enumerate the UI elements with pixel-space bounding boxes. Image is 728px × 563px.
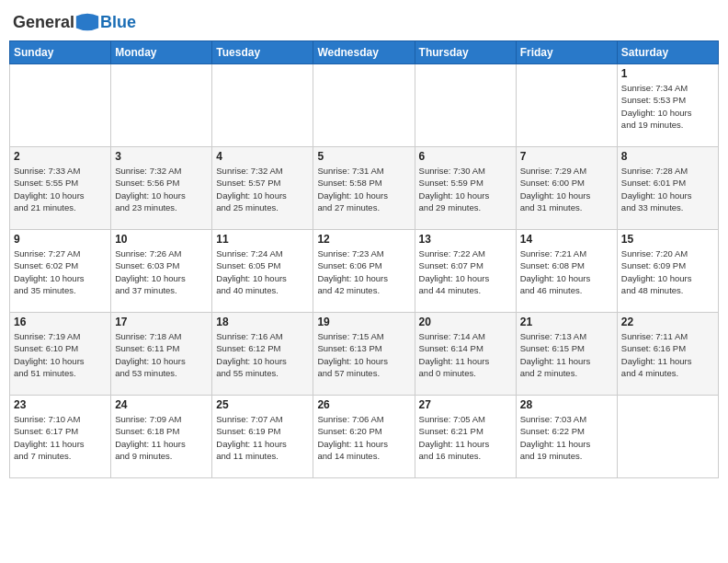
day-info: Sunrise: 7:03 AM Sunset: 6:22 PM Dayligh… bbox=[520, 413, 613, 462]
weekday-header-monday: Monday bbox=[111, 41, 212, 64]
logo-icon bbox=[74, 9, 100, 35]
day-info: Sunrise: 7:26 AM Sunset: 6:03 PM Dayligh… bbox=[115, 247, 208, 296]
day-number: 21 bbox=[520, 316, 613, 328]
day-number: 17 bbox=[115, 316, 208, 328]
day-info: Sunrise: 7:16 AM Sunset: 6:12 PM Dayligh… bbox=[216, 330, 309, 379]
day-info: Sunrise: 7:23 AM Sunset: 6:06 PM Dayligh… bbox=[317, 247, 410, 296]
calendar-cell: 13Sunrise: 7:22 AM Sunset: 6:07 PM Dayli… bbox=[415, 230, 516, 313]
day-number: 25 bbox=[216, 398, 309, 411]
week-row-1: 2Sunrise: 7:33 AM Sunset: 5:55 PM Daylig… bbox=[10, 147, 719, 230]
day-number: 13 bbox=[419, 233, 512, 246]
calendar-cell: 5Sunrise: 7:31 AM Sunset: 5:58 PM Daylig… bbox=[313, 147, 415, 230]
weekday-header-tuesday: Tuesday bbox=[212, 41, 313, 64]
day-number: 10 bbox=[115, 233, 208, 246]
day-number: 24 bbox=[115, 398, 208, 411]
day-number: 28 bbox=[520, 398, 613, 411]
day-info: Sunrise: 7:13 AM Sunset: 6:15 PM Dayligh… bbox=[520, 330, 613, 379]
calendar-cell: 7Sunrise: 7:29 AM Sunset: 6:00 PM Daylig… bbox=[516, 147, 617, 230]
day-info: Sunrise: 7:10 AM Sunset: 6:17 PM Dayligh… bbox=[14, 413, 107, 462]
calendar-cell bbox=[212, 64, 313, 147]
day-info: Sunrise: 7:06 AM Sunset: 6:20 PM Dayligh… bbox=[317, 413, 410, 462]
logo-blue: Blue bbox=[100, 13, 136, 32]
day-info: Sunrise: 7:15 AM Sunset: 6:13 PM Dayligh… bbox=[317, 330, 410, 379]
day-number: 3 bbox=[115, 150, 208, 163]
weekday-header-row: SundayMondayTuesdayWednesdayThursdayFrid… bbox=[10, 41, 719, 64]
calendar-cell: 8Sunrise: 7:28 AM Sunset: 6:01 PM Daylig… bbox=[617, 147, 718, 230]
calendar-table: SundayMondayTuesdayWednesdayThursdayFrid… bbox=[9, 40, 719, 478]
day-info: Sunrise: 7:19 AM Sunset: 6:10 PM Dayligh… bbox=[14, 330, 107, 379]
weekday-header-wednesday: Wednesday bbox=[313, 41, 415, 64]
day-info: Sunrise: 7:28 AM Sunset: 6:01 PM Dayligh… bbox=[621, 165, 714, 213]
day-number: 2 bbox=[14, 150, 107, 163]
day-number: 8 bbox=[621, 150, 714, 163]
calendar-cell: 16Sunrise: 7:19 AM Sunset: 6:10 PM Dayli… bbox=[10, 313, 111, 396]
calendar-cell: 12Sunrise: 7:23 AM Sunset: 6:06 PM Dayli… bbox=[313, 230, 415, 313]
day-number: 22 bbox=[621, 316, 714, 328]
day-info: Sunrise: 7:31 AM Sunset: 5:58 PM Dayligh… bbox=[317, 165, 410, 213]
day-number: 5 bbox=[317, 150, 410, 163]
calendar-cell: 18Sunrise: 7:16 AM Sunset: 6:12 PM Dayli… bbox=[212, 313, 313, 396]
day-info: Sunrise: 7:33 AM Sunset: 5:55 PM Dayligh… bbox=[14, 165, 107, 213]
calendar-cell: 23Sunrise: 7:10 AM Sunset: 6:17 PM Dayli… bbox=[10, 396, 111, 478]
calendar-cell: 25Sunrise: 7:07 AM Sunset: 6:19 PM Dayli… bbox=[212, 396, 313, 478]
calendar-cell: 11Sunrise: 7:24 AM Sunset: 6:05 PM Dayli… bbox=[212, 230, 313, 313]
day-number: 18 bbox=[216, 316, 309, 328]
day-number: 23 bbox=[14, 398, 107, 411]
calendar-cell: 1Sunrise: 7:34 AM Sunset: 5:53 PM Daylig… bbox=[617, 64, 718, 147]
page-header: GeneralBlue bbox=[9, 9, 719, 35]
week-row-4: 23Sunrise: 7:10 AM Sunset: 6:17 PM Dayli… bbox=[10, 396, 719, 478]
day-info: Sunrise: 7:14 AM Sunset: 6:14 PM Dayligh… bbox=[419, 330, 512, 379]
calendar-cell: 22Sunrise: 7:11 AM Sunset: 6:16 PM Dayli… bbox=[617, 313, 718, 396]
day-info: Sunrise: 7:20 AM Sunset: 6:09 PM Dayligh… bbox=[621, 247, 714, 296]
day-number: 20 bbox=[419, 316, 512, 328]
calendar-cell: 28Sunrise: 7:03 AM Sunset: 6:22 PM Dayli… bbox=[516, 396, 617, 478]
calendar-cell: 19Sunrise: 7:15 AM Sunset: 6:13 PM Dayli… bbox=[313, 313, 415, 396]
day-info: Sunrise: 7:29 AM Sunset: 6:00 PM Dayligh… bbox=[520, 165, 613, 213]
calendar-cell bbox=[415, 64, 516, 147]
logo-general: General bbox=[13, 13, 74, 32]
day-number: 15 bbox=[621, 233, 714, 246]
calendar-cell: 20Sunrise: 7:14 AM Sunset: 6:14 PM Dayli… bbox=[415, 313, 516, 396]
day-info: Sunrise: 7:07 AM Sunset: 6:19 PM Dayligh… bbox=[216, 413, 309, 462]
calendar-cell bbox=[111, 64, 212, 147]
calendar-cell: 4Sunrise: 7:32 AM Sunset: 5:57 PM Daylig… bbox=[212, 147, 313, 230]
day-info: Sunrise: 7:18 AM Sunset: 6:11 PM Dayligh… bbox=[115, 330, 208, 379]
calendar-cell: 17Sunrise: 7:18 AM Sunset: 6:11 PM Dayli… bbox=[111, 313, 212, 396]
calendar-cell bbox=[516, 64, 617, 147]
calendar-cell: 3Sunrise: 7:32 AM Sunset: 5:56 PM Daylig… bbox=[111, 147, 212, 230]
day-info: Sunrise: 7:30 AM Sunset: 5:59 PM Dayligh… bbox=[419, 165, 512, 213]
calendar-cell: 26Sunrise: 7:06 AM Sunset: 6:20 PM Dayli… bbox=[313, 396, 415, 478]
day-info: Sunrise: 7:11 AM Sunset: 6:16 PM Dayligh… bbox=[621, 330, 714, 379]
day-number: 27 bbox=[419, 398, 512, 411]
weekday-header-thursday: Thursday bbox=[415, 41, 516, 64]
day-info: Sunrise: 7:34 AM Sunset: 5:53 PM Dayligh… bbox=[621, 82, 714, 131]
calendar-body: 1Sunrise: 7:34 AM Sunset: 5:53 PM Daylig… bbox=[10, 64, 719, 478]
calendar-cell: 24Sunrise: 7:09 AM Sunset: 6:18 PM Dayli… bbox=[111, 396, 212, 478]
day-info: Sunrise: 7:09 AM Sunset: 6:18 PM Dayligh… bbox=[115, 413, 208, 462]
logo: GeneralBlue bbox=[13, 9, 136, 35]
day-number: 12 bbox=[317, 233, 410, 246]
day-number: 16 bbox=[14, 316, 107, 328]
calendar-cell: 27Sunrise: 7:05 AM Sunset: 6:21 PM Dayli… bbox=[415, 396, 516, 478]
day-info: Sunrise: 7:22 AM Sunset: 6:07 PM Dayligh… bbox=[419, 247, 512, 296]
day-info: Sunrise: 7:32 AM Sunset: 5:57 PM Dayligh… bbox=[216, 165, 309, 213]
day-info: Sunrise: 7:21 AM Sunset: 6:08 PM Dayligh… bbox=[520, 247, 613, 296]
calendar-cell: 2Sunrise: 7:33 AM Sunset: 5:55 PM Daylig… bbox=[10, 147, 111, 230]
weekday-header-sunday: Sunday bbox=[10, 41, 111, 64]
weekday-header-friday: Friday bbox=[516, 41, 617, 64]
calendar-cell: 6Sunrise: 7:30 AM Sunset: 5:59 PM Daylig… bbox=[415, 147, 516, 230]
day-number: 26 bbox=[317, 398, 410, 411]
day-info: Sunrise: 7:27 AM Sunset: 6:02 PM Dayligh… bbox=[14, 247, 107, 296]
calendar-cell bbox=[313, 64, 415, 147]
day-number: 11 bbox=[216, 233, 309, 246]
day-number: 19 bbox=[317, 316, 410, 328]
day-info: Sunrise: 7:05 AM Sunset: 6:21 PM Dayligh… bbox=[419, 413, 512, 462]
calendar-cell: 14Sunrise: 7:21 AM Sunset: 6:08 PM Dayli… bbox=[516, 230, 617, 313]
week-row-0: 1Sunrise: 7:34 AM Sunset: 5:53 PM Daylig… bbox=[10, 64, 719, 147]
calendar-cell: 10Sunrise: 7:26 AM Sunset: 6:03 PM Dayli… bbox=[111, 230, 212, 313]
week-row-3: 16Sunrise: 7:19 AM Sunset: 6:10 PM Dayli… bbox=[10, 313, 719, 396]
day-number: 1 bbox=[621, 67, 714, 80]
calendar-cell bbox=[617, 396, 718, 478]
day-info: Sunrise: 7:24 AM Sunset: 6:05 PM Dayligh… bbox=[216, 247, 309, 296]
day-number: 6 bbox=[419, 150, 512, 163]
